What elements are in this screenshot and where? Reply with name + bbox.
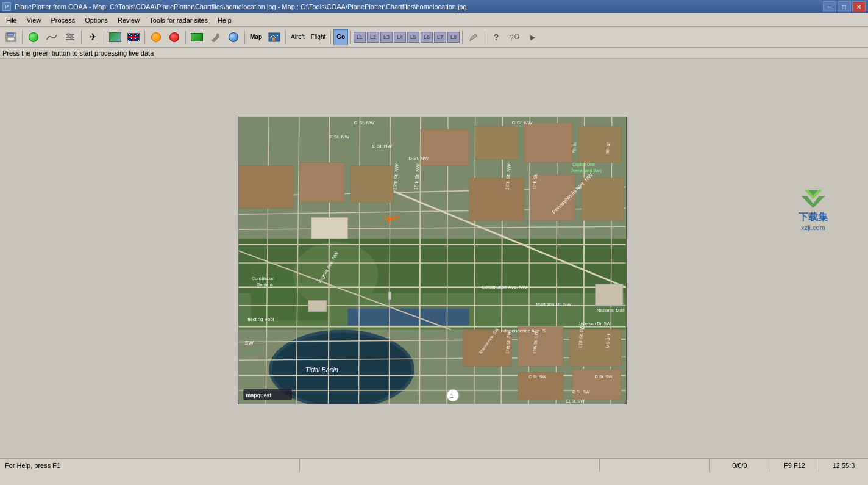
- svg-rect-52: [582, 178, 624, 221]
- minimize-button[interactable]: ─: [823, 1, 836, 12]
- toolbar-sep-6: [244, 31, 245, 44]
- svg-text:D St. SW: D St. SW: [595, 375, 613, 379]
- go-button[interactable]: Go: [333, 29, 348, 45]
- help-button-1[interactable]: ?: [488, 29, 505, 45]
- green-check-button[interactable]: [188, 29, 205, 45]
- orange-button[interactable]: [148, 29, 165, 45]
- status-time-text: 12:55:3: [833, 462, 855, 469]
- status-empty: [300, 459, 600, 472]
- flight-button[interactable]: Flight: [308, 29, 328, 45]
- svg-text:Madison Dr. NW: Madison Dr. NW: [536, 301, 571, 307]
- title-bar-title: PlanePlotter from COAA - Map: C:\Tools\C…: [15, 3, 467, 10]
- l1-button[interactable]: L1: [354, 32, 366, 43]
- arrow-right-button[interactable]: ►: [524, 29, 541, 45]
- svg-rect-47: [475, 126, 518, 160]
- l5-button[interactable]: L5: [407, 32, 419, 43]
- title-bar-controls[interactable]: ─ □ ✕: [823, 1, 866, 12]
- map-text-button[interactable]: Map: [247, 29, 265, 45]
- status-top: Press the green button to start processi…: [0, 48, 868, 59]
- svg-text:Capital One: Capital One: [572, 162, 595, 167]
- status-keys-text: F9 F12: [784, 462, 805, 469]
- menu-file[interactable]: File: [1, 13, 22, 27]
- svg-rect-54: [299, 163, 345, 203]
- status-coords: [600, 459, 710, 472]
- svg-text:?: ?: [510, 34, 514, 42]
- svg-text:Constitution: Constitution: [252, 276, 274, 281]
- globe-button[interactable]: [225, 29, 242, 45]
- svg-text:D St. SW: D St. SW: [572, 390, 590, 394]
- l7-button[interactable]: L7: [434, 32, 446, 43]
- start-button[interactable]: [25, 29, 42, 45]
- menu-options[interactable]: Options: [80, 13, 113, 27]
- svg-rect-49: [578, 126, 621, 163]
- svg-text:E St. NW: E St. NW: [372, 143, 392, 149]
- svg-text:Tidal Basin: Tidal Basin: [305, 366, 338, 373]
- menu-tools-radar[interactable]: Tools for radar sites: [144, 13, 213, 27]
- l4-button[interactable]: L4: [394, 32, 406, 43]
- svg-rect-6: [68, 34, 69, 36]
- toolbar-sep-10: [462, 31, 463, 44]
- pen-button[interactable]: [465, 29, 482, 45]
- menu-view[interactable]: View: [22, 13, 46, 27]
- close-button[interactable]: ✕: [852, 1, 866, 12]
- watermark-logo: [795, 187, 831, 211]
- l2-button[interactable]: L2: [367, 32, 379, 43]
- svg-rect-62: [388, 292, 391, 300]
- svg-rect-56: [463, 330, 512, 367]
- main-area: Pennsylvania Ave. NW Constitution Ave. N…: [0, 59, 868, 472]
- svg-rect-60: [572, 369, 621, 400]
- map-color-button[interactable]: [107, 29, 124, 45]
- svg-rect-7: [71, 36, 73, 38]
- svg-rect-63: [308, 301, 327, 312]
- toolbar-sep-3: [104, 31, 104, 44]
- options-button[interactable]: [62, 29, 79, 45]
- l3-button[interactable]: L3: [380, 32, 393, 43]
- svg-text:1: 1: [450, 393, 454, 399]
- menu-bar: File View Process Options Review Tools f…: [0, 13, 868, 27]
- country-button[interactable]: [125, 29, 142, 45]
- plane-button[interactable]: ✈: [84, 29, 101, 45]
- signal-button[interactable]: [43, 29, 60, 45]
- map-image: Pennsylvania Ave. NW Constitution Ave. N…: [238, 117, 626, 404]
- map-icon2-button[interactable]: [266, 29, 283, 45]
- svg-rect-1: [7, 33, 13, 36]
- svg-text:G St. NW: G St. NW: [511, 120, 532, 126]
- map-container[interactable]: Pennsylvania Ave. NW Constitution Ave. N…: [238, 117, 627, 404]
- toolbar-sep-5: [185, 31, 186, 44]
- svg-rect-64: [596, 284, 623, 306]
- status-bar-bottom: For Help, press F1 0/0/0 F9 F12 12:55:3: [0, 458, 868, 472]
- svg-rect-16: [348, 309, 469, 326]
- svg-rect-9: [272, 38, 275, 41]
- aircft-button[interactable]: Aircft: [288, 29, 307, 45]
- svg-point-18: [272, 332, 411, 404]
- menu-help[interactable]: Help: [213, 13, 237, 27]
- svg-rect-48: [524, 123, 572, 163]
- toolbar-sep-8: [330, 31, 331, 44]
- status-help-text: For Help, press F1: [5, 462, 60, 469]
- toolbar: ✈ Map Aircft: [0, 27, 868, 48]
- help-button-2[interactable]: ?: [506, 29, 523, 45]
- l6-button[interactable]: L6: [421, 32, 433, 43]
- status-keys: F9 F12: [770, 459, 819, 472]
- toolbar-sep-2: [81, 31, 82, 44]
- wrench-button[interactable]: [207, 29, 224, 45]
- svg-text:Gardens: Gardens: [257, 282, 273, 287]
- menu-review[interactable]: Review: [113, 13, 144, 27]
- status-help: For Help, press F1: [0, 459, 300, 472]
- status-time: 12:55:3: [819, 459, 868, 472]
- svg-text:El St. SW: El St. SW: [566, 399, 585, 403]
- svg-text:Jefferson Dr. SW: Jefferson Dr. SW: [578, 322, 611, 326]
- red-button[interactable]: [166, 29, 183, 45]
- maximize-button[interactable]: □: [838, 1, 851, 12]
- svg-rect-2: [7, 37, 15, 41]
- svg-text:flecting Pool: flecting Pool: [247, 317, 274, 322]
- svg-rect-55: [351, 166, 394, 203]
- menu-process[interactable]: Process: [46, 13, 80, 27]
- save-button[interactable]: [2, 29, 20, 45]
- status-top-text: Press the green button to start processi…: [2, 49, 154, 57]
- svg-rect-50: [469, 178, 524, 221]
- title-bar: P PlanePlotter from COAA - Map: C:\Tools…: [0, 0, 868, 13]
- l8-button[interactable]: L8: [447, 32, 460, 43]
- title-bar-content: P PlanePlotter from COAA - Map: C:\Tools…: [2, 2, 467, 11]
- watermark-subtext: xzji.com: [801, 224, 825, 231]
